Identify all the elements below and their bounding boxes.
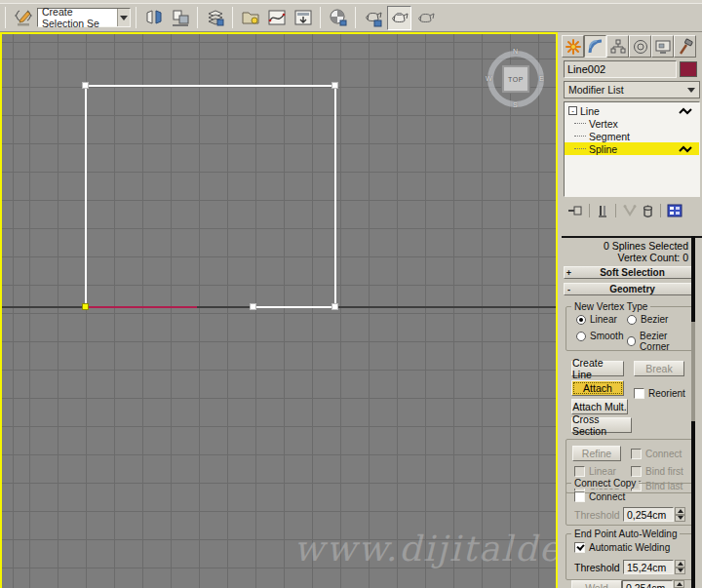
- create-line-button[interactable]: Create Line: [571, 361, 624, 376]
- spinner-down-icon[interactable]: [675, 515, 685, 523]
- rollout-geometry[interactable]: - Geometry: [564, 283, 692, 295]
- spinner-arrows[interactable]: [674, 580, 684, 588]
- stack-item-vertex[interactable]: Vertex: [565, 117, 699, 130]
- spinner-down-icon[interactable]: [675, 568, 685, 575]
- command-panel: Modifier List - Line Vertex Segment Spli…: [562, 32, 702, 588]
- splines-selected-text: 0 Splines Selected: [562, 240, 688, 252]
- render-production-icon[interactable]: [413, 6, 438, 30]
- tab-hierarchy-icon[interactable]: [606, 35, 629, 58]
- rollout-expand-icon: +: [565, 268, 573, 278]
- connect-copy-threshold-spinner[interactable]: 0,254cm: [623, 507, 685, 522]
- stack-item-line[interactable]: - Line: [565, 104, 699, 117]
- radio-bezier-corner[interactable]: Bezier Corner: [627, 331, 693, 352]
- rollout-soft-selection[interactable]: + Soft Selection: [564, 266, 692, 279]
- tab-display-icon[interactable]: [651, 35, 674, 58]
- cross-section-button[interactable]: Cross Section: [571, 417, 632, 433]
- toolbar-separator: [5, 7, 6, 28]
- spinner-value[interactable]: 15,24cm: [623, 560, 674, 574]
- radio-smooth[interactable]: Smooth: [576, 331, 623, 341]
- layer-manager-icon[interactable]: [203, 6, 227, 30]
- spline-edge-top[interactable]: [85, 85, 336, 87]
- spinner-arrows[interactable]: [675, 560, 685, 574]
- show-end-result-icon[interactable]: [596, 204, 609, 218]
- tab-create-icon[interactable]: [562, 35, 584, 58]
- attach-button[interactable]: Attach: [571, 380, 624, 396]
- automatic-welding-checkbox[interactable]: Automatic Welding: [574, 542, 670, 553]
- refine-button[interactable]: Refine: [572, 446, 621, 461]
- spline-edge-right[interactable]: [334, 85, 336, 308]
- weld-threshold-spinner[interactable]: 0,254cm: [622, 580, 684, 588]
- selection-status: 0 Splines Selected Vertex Count: 0: [562, 240, 688, 263]
- auto-weld-threshold-spinner[interactable]: 15,24cm: [623, 560, 685, 574]
- radio-linear[interactable]: Linear: [576, 314, 617, 325]
- tab-motion-icon[interactable]: [629, 35, 651, 58]
- rendered-frame-window-icon[interactable]: [387, 6, 411, 30]
- render-setup-icon[interactable]: [361, 6, 385, 30]
- vertex-top-right[interactable]: [332, 82, 338, 89]
- panel-scrollbar[interactable]: [691, 236, 695, 588]
- stack-item-label: Line: [580, 105, 600, 117]
- connect-copy-group: Connect Copy Connect Threshold 0,254cm: [566, 483, 694, 526]
- viewcube-north-label[interactable]: N: [513, 48, 518, 55]
- material-editor-icon[interactable]: [326, 6, 350, 30]
- tab-modify-icon[interactable]: [584, 35, 606, 58]
- named-selection-sets-icon[interactable]: [11, 6, 35, 30]
- align-icon[interactable]: [168, 6, 192, 30]
- combobox-dropdown-arrow-icon[interactable]: [117, 9, 130, 26]
- schematic-view-icon[interactable]: [291, 6, 315, 30]
- vertex-bottom-mid[interactable]: [250, 303, 256, 310]
- spinner-up-icon[interactable]: [675, 560, 685, 568]
- connect-copy-checkbox[interactable]: Connect: [574, 491, 625, 502]
- curve-editor-icon[interactable]: [264, 6, 289, 30]
- stack-item-spline-selected[interactable]: Spline: [565, 142, 699, 155]
- weld-button[interactable]: Weld: [571, 580, 622, 588]
- object-name-field[interactable]: [564, 60, 677, 78]
- radio-label: Linear: [590, 314, 617, 325]
- radio-label: Smooth: [590, 331, 623, 341]
- spinner-up-icon[interactable]: [674, 580, 684, 588]
- scene-explorer-icon[interactable]: [238, 6, 262, 30]
- viewcube-west-label[interactable]: W: [486, 75, 492, 82]
- reorient-checkbox[interactable]: Reorient: [634, 388, 685, 399]
- spinner-value[interactable]: 0,254cm: [622, 580, 673, 588]
- tree-dash: [574, 123, 586, 124]
- stack-toolbar-separator: [615, 204, 616, 217]
- modifier-list-dropdown[interactable]: Modifier List: [564, 81, 700, 98]
- top-viewport[interactable]: N E S W TOP www.dijitalde: [0, 32, 558, 588]
- spinner-arrows[interactable]: [675, 507, 685, 522]
- bind-first-checkbox[interactable]: Bind first: [631, 466, 683, 477]
- spline-edge-bottom-right[interactable]: [254, 306, 336, 308]
- attach-mult-button[interactable]: Attach Mult.: [571, 399, 628, 414]
- configure-modifier-sets-icon[interactable]: [667, 204, 682, 217]
- stack-item-segment[interactable]: Segment: [565, 130, 699, 142]
- break-button[interactable]: Break: [634, 361, 684, 376]
- first-vertex-yellow[interactable]: [82, 303, 89, 310]
- pin-stack-icon[interactable]: [567, 204, 583, 217]
- red-spline-segment[interactable]: [85, 306, 197, 308]
- selection-set-combobox[interactable]: Create Selection Se: [37, 8, 131, 27]
- tree-dash: [574, 136, 586, 137]
- viewcube-south-label[interactable]: S: [513, 101, 518, 108]
- vertex-top-left[interactable]: [82, 82, 89, 89]
- tab-utilities-icon[interactable]: [674, 35, 696, 58]
- viewcube[interactable]: N E S W TOP: [488, 51, 544, 107]
- spinner-value[interactable]: 0,254cm: [623, 507, 674, 522]
- mirror-icon[interactable]: [141, 6, 166, 30]
- refine-linear-checkbox[interactable]: Linear: [574, 466, 616, 477]
- object-color-swatch[interactable]: [680, 61, 697, 77]
- panel-scrollbar-thumb[interactable]: [691, 322, 695, 421]
- remove-modifier-icon[interactable]: [642, 204, 654, 218]
- viewcube-east-label[interactable]: E: [539, 75, 544, 82]
- main-toolbar: Create Selection Se: [0, 4, 702, 32]
- make-unique-icon[interactable]: [622, 204, 638, 217]
- radio-bezier[interactable]: Bezier: [627, 314, 668, 325]
- expander-icon[interactable]: -: [568, 106, 577, 115]
- spline-edge-left[interactable]: [85, 85, 87, 308]
- refine-connect-checkbox[interactable]: Connect: [631, 449, 682, 459]
- viewcube-top-face[interactable]: TOP: [502, 65, 529, 93]
- vertex-bottom-right[interactable]: [332, 303, 338, 310]
- stack-item-label: Segment: [589, 131, 630, 142]
- radio-label: Bezier: [641, 314, 668, 325]
- toolbar-separator: [197, 7, 198, 28]
- spinner-up-icon[interactable]: [675, 507, 685, 515]
